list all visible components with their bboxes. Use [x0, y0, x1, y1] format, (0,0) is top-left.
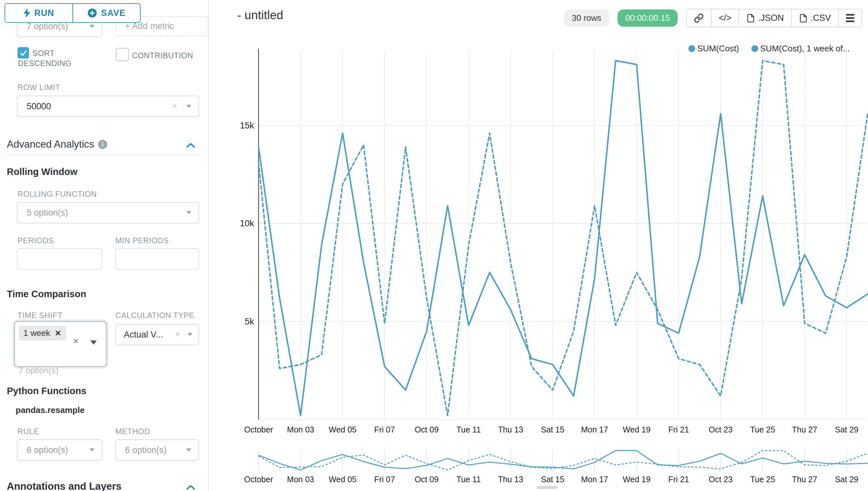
svg-text:Fri 07: Fri 07 — [374, 475, 395, 484]
time-shift-label: TIME SHIFT — [18, 311, 62, 320]
svg-text:Sat 29: Sat 29 — [835, 475, 858, 484]
svg-text:Tue 25: Tue 25 — [750, 425, 775, 434]
svg-text:Wed 19: Wed 19 — [623, 475, 651, 484]
caret-down-icon — [186, 449, 191, 452]
advanced-analytics-title: Advanced Analytics — [7, 139, 94, 150]
calculation-type-label: CALCULATION TYPE — [115, 311, 194, 320]
preview-drag-handle[interactable] — [537, 486, 557, 489]
contribution-label: CONTRIBUTION — [132, 50, 193, 60]
time-shift-multiselect[interactable]: 1 week ✕ × — [14, 321, 106, 367]
time-shift-tag-label: 1 week — [23, 328, 50, 338]
metrics-select-value: 7 option(s) — [18, 22, 68, 32]
save-label: SAVE — [101, 8, 126, 18]
clear-icon[interactable]: × — [175, 329, 180, 340]
section-divider — [4, 155, 202, 156]
svg-text:October: October — [244, 475, 273, 484]
method-label: METHOD — [115, 427, 150, 436]
row-limit-select[interactable]: 50000 × — [17, 95, 199, 117]
contribution-checkbox[interactable] — [116, 48, 129, 61]
row-limit-label: ROW LIMIT — [18, 83, 60, 92]
svg-text:Mon 17: Mon 17 — [581, 425, 608, 434]
svg-text:Fri 21: Fri 21 — [668, 425, 689, 434]
method-select[interactable]: 6 option(s) — [115, 439, 199, 461]
svg-text:Mon 03: Mon 03 — [287, 475, 314, 484]
svg-text:Thu 27: Thu 27 — [792, 425, 817, 434]
plus-circle-icon — [87, 8, 97, 18]
python-functions-title: Python Functions — [7, 386, 86, 396]
advanced-analytics-header[interactable]: Advanced Analytics i — [7, 139, 107, 150]
svg-text:15k: 15k — [240, 121, 254, 131]
rule-label: RULE — [18, 427, 39, 436]
caret-down-icon — [186, 105, 191, 108]
svg-text:Fri 07: Fri 07 — [374, 425, 395, 434]
time-comparison-title: Time Comparison — [7, 289, 86, 299]
rolling-function-select[interactable]: 5 option(s) — [17, 202, 199, 223]
clear-icon[interactable]: × — [73, 335, 79, 347]
time-shift-tag: 1 week ✕ — [19, 326, 66, 341]
svg-text:Thu 13: Thu 13 — [498, 475, 523, 484]
pandas-resample-label: pandas.resample — [16, 405, 85, 415]
svg-text:Oct 09: Oct 09 — [414, 475, 438, 484]
clear-icon[interactable]: × — [172, 101, 177, 111]
run-label: RUN — [34, 8, 55, 18]
caret-down-icon[interactable] — [90, 341, 97, 345]
svg-text:Tue 25: Tue 25 — [750, 475, 775, 484]
min-periods-label: MIN PERIODS — [115, 236, 168, 245]
svg-text:Fri 21: Fri 21 — [668, 475, 689, 484]
info-icon: i — [98, 140, 107, 149]
svg-text:Mon 03: Mon 03 — [287, 425, 314, 434]
time-series-line-chart[interactable]: 5k10k15kOctoberOctoberMon 03Mon 03Wed 05… — [209, 0, 868, 491]
svg-text:Oct 09: Oct 09 — [414, 425, 438, 434]
caret-down-icon — [186, 211, 191, 214]
method-value: 6 option(s) — [116, 445, 167, 455]
tag-close-icon[interactable]: ✕ — [55, 329, 61, 338]
run-button[interactable]: RUN — [5, 4, 72, 22]
caret-down-icon — [89, 449, 95, 452]
svg-text:Sat 29: Sat 29 — [835, 425, 858, 434]
rolling-function-value: 5 option(s) — [18, 208, 68, 218]
rule-value: 6 option(s) — [18, 445, 68, 455]
svg-text:Wed 19: Wed 19 — [623, 425, 651, 434]
svg-text:Oct 23: Oct 23 — [709, 425, 733, 434]
calculation-type-select[interactable]: Actual V... × — [115, 324, 199, 345]
svg-text:Mon 17: Mon 17 — [581, 475, 608, 484]
svg-text:10k: 10k — [240, 219, 254, 228]
calculation-type-value: Actual V... — [116, 330, 163, 340]
svg-text:Sat 15: Sat 15 — [541, 425, 564, 434]
rule-select[interactable]: 6 option(s) — [17, 439, 102, 461]
rolling-window-title: Rolling Window — [7, 167, 77, 177]
svg-text:Tue 11: Tue 11 — [457, 425, 481, 434]
chevron-up-icon[interactable] — [186, 485, 195, 490]
min-periods-input[interactable] — [116, 249, 198, 269]
svg-text:October: October — [244, 425, 273, 434]
svg-text:Sat 15: Sat 15 — [541, 475, 564, 484]
lightning-icon — [23, 8, 31, 18]
svg-text:Thu 13: Thu 13 — [498, 425, 523, 434]
periods-input[interactable] — [18, 249, 102, 269]
save-button[interactable]: SAVE — [72, 4, 140, 22]
svg-text:Thu 27: Thu 27 — [792, 475, 817, 484]
superset-explore-app: 7 option(s) + Add metric RUN SAVE — [0, 0, 868, 491]
run-save-button-group: RUN SAVE — [4, 3, 141, 23]
caret-down-icon — [89, 25, 95, 28]
chevron-up-icon[interactable] — [186, 142, 195, 148]
control-panel: 7 option(s) + Add metric RUN SAVE — [0, 0, 209, 491]
periods-label: PERIODS — [18, 236, 54, 245]
svg-text:Oct 23: Oct 23 — [709, 475, 733, 484]
rolling-function-label: ROLLING FUNCTION — [18, 190, 97, 199]
svg-text:Wed 05: Wed 05 — [329, 425, 357, 434]
svg-text:Tue 11: Tue 11 — [457, 475, 481, 484]
caret-down-icon — [187, 333, 193, 336]
min-periods-field-box — [115, 248, 199, 270]
svg-text:Wed 05: Wed 05 — [329, 475, 357, 484]
annotations-layers-title: Annotations and Layers — [7, 481, 122, 491]
periods-field-box — [17, 248, 102, 270]
sort-descending-label: SORT DESCENDING — [18, 48, 75, 68]
time-shift-hint: 7 option(s) — [19, 366, 59, 376]
svg-text:5k: 5k — [245, 317, 254, 326]
row-limit-value: 50000 — [18, 102, 51, 112]
